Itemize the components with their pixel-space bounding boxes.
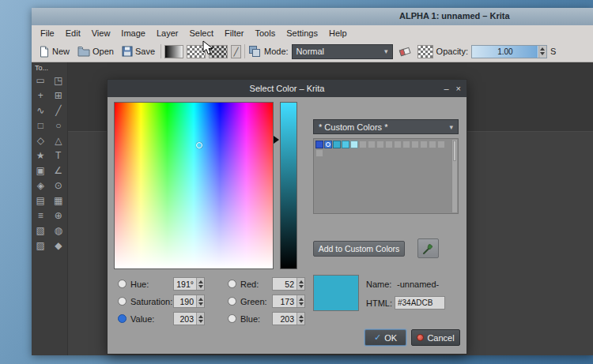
menu-image[interactable]: Image bbox=[115, 27, 151, 39]
red-spinbox[interactable]: 52 bbox=[272, 277, 305, 291]
open-button[interactable]: Open bbox=[75, 44, 116, 58]
menu-view[interactable]: View bbox=[86, 27, 116, 39]
gradient-chooser-button[interactable] bbox=[164, 45, 183, 58]
palette-swatch-empty[interactable] bbox=[368, 141, 376, 148]
palette-swatch[interactable] bbox=[324, 141, 332, 148]
menu-file[interactable]: File bbox=[35, 27, 60, 39]
polyline-tool-icon[interactable]: △ bbox=[50, 133, 68, 148]
save-button[interactable]: Save bbox=[119, 44, 157, 58]
transform-tool-icon[interactable]: ⊞ bbox=[50, 88, 68, 103]
select-ellipse-tool-icon[interactable]: ◍ bbox=[50, 223, 68, 238]
select-similar-tool-icon[interactable]: ◆ bbox=[50, 238, 68, 253]
red-radio[interactable] bbox=[228, 280, 236, 288]
green-spin-arrows[interactable] bbox=[296, 295, 304, 307]
menu-select[interactable]: Select bbox=[183, 27, 219, 39]
cancel-button[interactable]: Cancel bbox=[411, 329, 460, 346]
dialog-close-button[interactable]: × bbox=[456, 84, 461, 93]
tool-dock-title[interactable]: To... bbox=[32, 62, 67, 73]
ellipse-tool-icon[interactable]: ○ bbox=[50, 118, 68, 133]
blue-spin-arrows[interactable] bbox=[296, 313, 304, 325]
palette-swatch-empty[interactable] bbox=[420, 141, 428, 148]
hue-saturation-square[interactable] bbox=[114, 102, 274, 269]
blue-value: 203 bbox=[280, 314, 294, 324]
eraser-mode-button[interactable] bbox=[396, 44, 414, 59]
value-spinbox[interactable]: 203 bbox=[173, 312, 205, 325]
measure-tool-icon[interactable]: ∠ bbox=[50, 163, 68, 178]
value-radio[interactable] bbox=[118, 314, 127, 323]
palette-swatch-empty[interactable] bbox=[437, 141, 445, 148]
value-strip-arrow[interactable] bbox=[274, 136, 279, 144]
menu-help[interactable]: Help bbox=[323, 27, 353, 39]
menu-filter[interactable]: Filter bbox=[219, 27, 249, 39]
line-tool-icon[interactable]: ╱ bbox=[50, 103, 68, 118]
hue-spinbox[interactable]: 191° bbox=[173, 277, 205, 291]
rectangle-tool-icon[interactable]: □ bbox=[32, 118, 50, 133]
palette-swatch-empty[interactable] bbox=[394, 141, 402, 148]
new-button[interactable]: New bbox=[36, 44, 72, 59]
pick-screen-color-button[interactable] bbox=[417, 238, 439, 258]
pattern-tool-icon[interactable]: ▦ bbox=[50, 193, 68, 208]
red-spin-arrows[interactable] bbox=[296, 278, 304, 290]
polygon-tool-icon[interactable]: ◇ bbox=[32, 133, 50, 148]
preserve-alpha-button[interactable] bbox=[417, 45, 433, 58]
palette-swatch-empty[interactable] bbox=[411, 141, 419, 148]
palette-swatch[interactable] bbox=[342, 141, 349, 148]
tool-dock-grid: ▭◳+⊞∿╱□○◇△★T▣∠◈⊙▤▦≡⊕▧◍▨◆ bbox=[32, 73, 67, 253]
value-spin-arrows[interactable] bbox=[196, 313, 204, 325]
saturation-radio[interactable] bbox=[118, 297, 127, 306]
red-label: Red: bbox=[240, 280, 272, 289]
dialog-titlebar[interactable]: Select Color – Krita bbox=[108, 80, 466, 97]
star-tool-icon[interactable]: ★ bbox=[32, 148, 50, 163]
menu-settings[interactable]: Settings bbox=[281, 27, 323, 39]
palette-swatch-empty[interactable] bbox=[385, 141, 393, 148]
palette-scrollbar[interactable] bbox=[451, 140, 457, 212]
select-shapes-tool-icon[interactable]: ▭ bbox=[32, 73, 50, 88]
menu-edit[interactable]: Edit bbox=[60, 27, 86, 39]
blend-mode-select[interactable]: Normal ▾ bbox=[292, 44, 393, 59]
add-to-custom-colors-button[interactable]: Add to Custom Colors bbox=[313, 241, 405, 257]
move-tool-icon[interactable]: + bbox=[32, 88, 50, 103]
pan-tool-icon[interactable]: ≡ bbox=[32, 208, 50, 223]
select-polygonal-tool-icon[interactable]: ▨ bbox=[32, 238, 50, 253]
opacity-slider[interactable]: 1.00 bbox=[471, 45, 547, 58]
opacity-spin-arrows[interactable] bbox=[538, 46, 546, 58]
crop-tool-icon[interactable]: ▣ bbox=[32, 163, 50, 178]
fill-tool-icon[interactable]: ◈ bbox=[32, 178, 50, 193]
green-radio[interactable] bbox=[228, 297, 236, 306]
hsv-marker[interactable] bbox=[196, 142, 202, 148]
blue-spinbox[interactable]: 203 bbox=[272, 312, 305, 325]
value-strip[interactable] bbox=[280, 102, 297, 269]
select-rect-tool-icon[interactable]: ▧ bbox=[32, 223, 50, 238]
palette-swatch[interactable] bbox=[333, 141, 341, 148]
palette-select[interactable]: * Custom Colors * ▾ bbox=[313, 119, 459, 134]
blue-radio[interactable] bbox=[228, 314, 236, 323]
green-spinbox[interactable]: 173 bbox=[272, 295, 305, 308]
palette-swatch[interactable] bbox=[315, 141, 323, 148]
palette-swatch-empty[interactable] bbox=[359, 141, 367, 148]
zoom-tool-icon[interactable]: ⊕ bbox=[50, 208, 68, 223]
palette-swatch-empty[interactable] bbox=[402, 141, 410, 148]
hue-spin-arrows[interactable] bbox=[196, 278, 204, 290]
hue-radio[interactable] bbox=[118, 280, 127, 288]
menu-tools[interactable]: Tools bbox=[250, 27, 281, 39]
html-input[interactable] bbox=[395, 296, 445, 310]
ok-button[interactable]: ✓ OK bbox=[364, 329, 406, 346]
palette-swatch[interactable] bbox=[350, 141, 358, 148]
menu-layer[interactable]: Layer bbox=[151, 27, 184, 39]
value-value: 203 bbox=[179, 314, 194, 324]
palette-swatch-empty[interactable] bbox=[429, 141, 436, 148]
select-outline-tool-icon[interactable]: ◳ bbox=[50, 73, 68, 88]
saturation-spin-arrows[interactable] bbox=[196, 295, 204, 307]
text-tool-icon[interactable]: T bbox=[50, 148, 68, 163]
palette-scrollbar-thumb[interactable] bbox=[453, 141, 456, 161]
saturation-spinbox[interactable]: 190 bbox=[173, 295, 205, 308]
fill-gradient-toggle-button[interactable]: ╱ bbox=[231, 45, 241, 58]
palette-swatch-empty[interactable] bbox=[315, 149, 323, 157]
color-picker-tool-icon[interactable]: ⊙ bbox=[50, 178, 68, 193]
custom-colors-palette bbox=[313, 138, 459, 214]
dialog-minimize-button[interactable]: – bbox=[444, 84, 448, 93]
palette-swatch-empty[interactable] bbox=[376, 141, 384, 148]
gradient-tool-icon[interactable]: ▤ bbox=[32, 193, 50, 208]
freehand-brush-tool-icon[interactable]: ∿ bbox=[32, 103, 50, 118]
window-titlebar[interactable]: ALPHA 1: unnamed – Krita bbox=[32, 8, 593, 25]
